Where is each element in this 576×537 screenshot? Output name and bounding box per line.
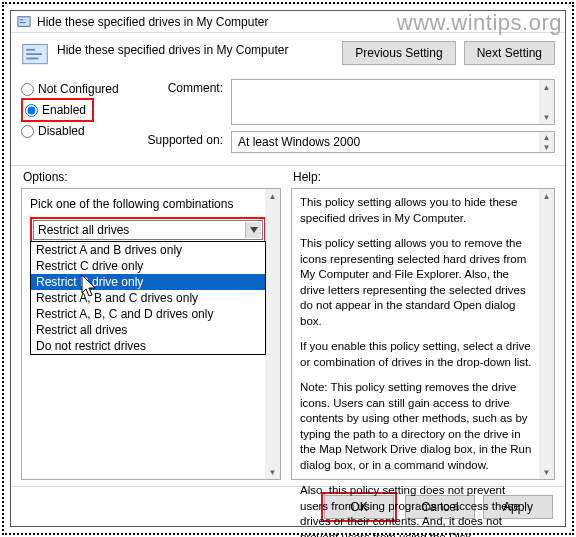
drives-combobox[interactable]: Restrict all drives [33,220,263,240]
comment-textarea[interactable]: ▲▼ [231,79,555,125]
chevron-up-icon[interactable]: ▲ [265,189,280,203]
scrollbar[interactable]: ▲▼ [539,80,554,124]
list-item[interactable]: Do not restrict drives [31,338,265,354]
svg-rect-5 [26,53,42,55]
help-panel: This policy setting allows you to hide t… [291,188,555,480]
radio-not-configured[interactable]: Not Configured [21,82,141,96]
window-title: Hide these specified drives in My Comput… [37,15,268,29]
list-item-selected[interactable]: Restrict D drive only [31,274,265,290]
chevron-up-icon[interactable]: ▲ [539,80,554,94]
svg-rect-2 [20,22,26,23]
chevron-up-icon[interactable]: ▲ [539,132,554,142]
chevron-down-icon[interactable] [245,222,261,238]
policy-icon [17,15,31,29]
list-item[interactable]: Restrict A, B and C drives only [31,290,265,306]
options-prompt: Pick one of the following combinations [30,197,272,211]
comment-label: Comment: [141,79,231,125]
chevron-down-icon[interactable]: ▼ [539,142,554,152]
header-title: Hide these specified drives in My Comput… [57,41,342,57]
chevron-up-icon[interactable]: ▲ [539,189,554,203]
scrollbar[interactable]: ▲▼ [265,189,280,479]
list-item[interactable]: Restrict C drive only [31,258,265,274]
chevron-down-icon[interactable]: ▼ [539,110,554,124]
list-item[interactable]: Restrict A and B drives only [31,242,265,258]
svg-rect-6 [26,58,38,60]
options-label: Options: [23,170,293,184]
svg-rect-4 [26,49,35,51]
svg-rect-0 [18,16,30,26]
options-panel: Pick one of the following combinations R… [21,188,281,480]
next-setting-button[interactable]: Next Setting [464,41,555,65]
title-bar[interactable]: Hide these specified drives in My Comput… [11,11,565,33]
supported-field: At least Windows 2000 ▲▼ [231,131,555,153]
divider [11,165,565,166]
help-label: Help: [293,170,321,184]
scrollbar[interactable]: ▲▼ [539,189,554,479]
radio-disabled[interactable]: Disabled [21,124,141,138]
previous-setting-button[interactable]: Previous Setting [342,41,455,65]
state-radio-group: Not Configured Enabled Disabled [21,79,141,153]
svg-rect-1 [20,19,24,20]
scrollbar[interactable]: ▲▼ [539,132,554,152]
supported-label: Supported on: [141,131,231,153]
help-text: This policy setting allows you to hide t… [292,189,554,537]
chevron-down-icon[interactable]: ▼ [265,465,280,479]
drives-dropdown-list[interactable]: Restrict A and B drives only Restrict C … [30,241,266,355]
list-item[interactable]: Restrict all drives [31,322,265,338]
dialog-window: Hide these specified drives in My Comput… [10,10,566,527]
radio-enabled[interactable]: Enabled [25,103,86,117]
chevron-down-icon[interactable]: ▼ [539,465,554,479]
policy-large-icon [21,41,49,69]
list-item[interactable]: Restrict A, B, C and D drives only [31,306,265,322]
